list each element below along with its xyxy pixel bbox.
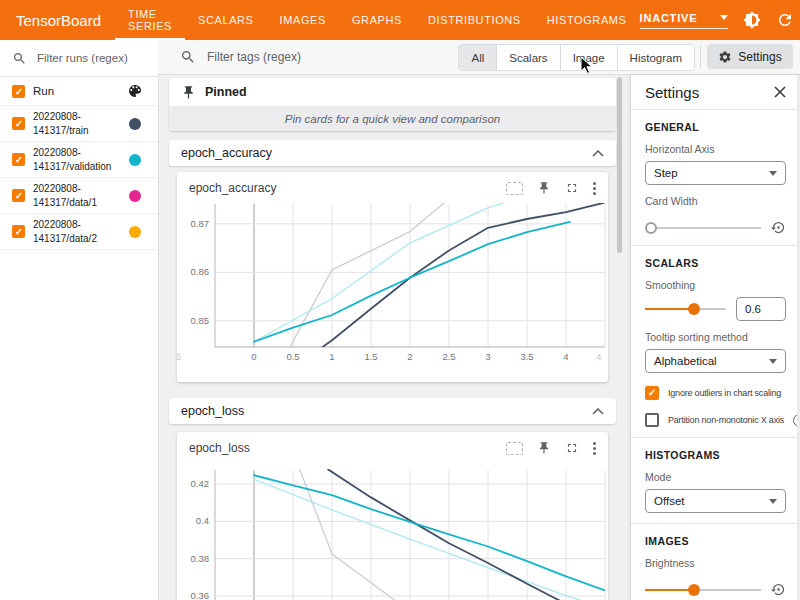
tab-time-series[interactable]: TIME SERIES [115, 0, 185, 40]
tab-distributions[interactable]: DISTRIBUTIONS [415, 0, 534, 40]
run-row-data-2[interactable]: 20220808-141317/data/2 [0, 214, 158, 250]
pin-icon[interactable] [537, 181, 551, 195]
filter-all-button[interactable]: All [459, 45, 496, 70]
pinned-label: Pinned [205, 85, 247, 99]
svg-text:1.5: 1.5 [364, 351, 377, 362]
brightness-row [645, 582, 786, 597]
histogram-mode-select[interactable]: Offset [645, 489, 786, 513]
partition-x-row: Partition non-monotonic X axis [645, 413, 786, 427]
settings-button[interactable]: Settings [707, 44, 793, 69]
smoothing-input[interactable] [736, 297, 786, 321]
epoch-loss-chart[interactable]: 0.420.40.380.3600.511.522.533.54 [177, 468, 608, 600]
tab-images[interactable]: IMAGES [267, 0, 339, 40]
svg-text:0: 0 [251, 351, 256, 362]
data-table-toggle-icon[interactable] [506, 442, 523, 455]
svg-text:0.85: 0.85 [191, 315, 210, 326]
fullscreen-icon[interactable] [565, 441, 579, 455]
run-name: 20220808-141317/validation [33, 146, 121, 173]
partition-x-checkbox[interactable] [645, 413, 659, 427]
chevron-down-icon [769, 171, 777, 176]
tab-histograms[interactable]: HISTOGRAMS [534, 0, 640, 40]
cards-area: Pinned Pin cards for a quick view and co… [158, 75, 630, 600]
more-options-icon[interactable] [593, 182, 596, 195]
horizontal-axis-value: Step [654, 167, 678, 179]
run-color-dot [129, 154, 141, 166]
pinned-header: Pinned [169, 78, 616, 106]
epoch-accuracy-chart[interactable]: 0.850.860.8700.511.522.533.5454 [177, 202, 608, 382]
divider [631, 523, 800, 524]
run-row-validation[interactable]: 20220808-141317/validation [0, 142, 158, 178]
run-color-dot [129, 118, 141, 130]
run-checkbox[interactable] [12, 153, 25, 166]
chart-card-actions [506, 441, 596, 455]
section-header-epoch-accuracy[interactable]: epoch_accuracy [169, 140, 616, 166]
reset-icon[interactable] [771, 220, 786, 235]
svg-text:0.36: 0.36 [191, 590, 210, 600]
more-options-icon[interactable] [593, 442, 596, 455]
filter-scalars-button[interactable]: Scalars [496, 45, 559, 70]
data-table-toggle-icon[interactable] [506, 182, 523, 195]
main-scrollbar-thumb[interactable] [617, 77, 622, 253]
brightness-slider[interactable] [645, 584, 761, 596]
tooltip-sorting-label: Tooltip sorting method [645, 331, 786, 343]
mouse-cursor [580, 56, 593, 75]
smoothing-slider[interactable] [645, 303, 726, 315]
slider-thumb[interactable] [688, 303, 700, 315]
images-section-label: IMAGES [645, 535, 786, 547]
ignore-outliers-checkbox[interactable] [645, 386, 659, 400]
search-icon [180, 49, 196, 65]
settings-button-label: Settings [738, 50, 781, 64]
run-row-train[interactable]: 20220808-141317/train [0, 106, 158, 142]
card-width-slider[interactable] [645, 222, 761, 234]
tooltip-sorting-select[interactable]: Alphabetical [645, 349, 786, 373]
divider [631, 245, 800, 246]
fullscreen-icon[interactable] [565, 181, 579, 195]
refresh-icon[interactable] [776, 11, 794, 29]
ignore-outliers-row: Ignore outliers in chart scaling [645, 386, 786, 400]
svg-text:0.42: 0.42 [191, 478, 210, 489]
settings-panel-header: Settings [645, 75, 786, 109]
settings-panel: Settings GENERAL Horizontal Axis Step Ca… [630, 75, 800, 600]
svg-text:1: 1 [329, 351, 334, 362]
palette-icon[interactable] [127, 83, 143, 99]
card-width-row [645, 220, 786, 235]
section-header-epoch-loss[interactable]: epoch_loss [169, 398, 616, 424]
horizontal-axis-label: Horizontal Axis [645, 143, 786, 155]
slider-thumb[interactable] [688, 584, 700, 596]
horizontal-axis-select[interactable]: Step [645, 161, 786, 185]
runs-filter-input[interactable] [35, 51, 149, 65]
run-checkbox[interactable] [12, 189, 25, 202]
reset-icon[interactable] [771, 582, 786, 597]
svg-text:4: 4 [596, 351, 601, 362]
tab-scalars[interactable]: SCALARS [185, 0, 267, 40]
histograms-section-label: HISTOGRAMS [645, 449, 786, 461]
chevron-up-icon[interactable] [592, 404, 604, 418]
close-icon[interactable] [774, 84, 786, 101]
run-checkbox[interactable] [12, 117, 25, 130]
pinned-card: Pinned Pin cards for a quick view and co… [169, 78, 616, 131]
partition-x-label: Partition non-monotonic X axis [668, 415, 784, 425]
slider-thumb[interactable] [645, 222, 657, 234]
status-dropdown[interactable]: INACTIVE [640, 12, 728, 29]
svg-text:3.5: 3.5 [520, 351, 533, 362]
tab-graphs[interactable]: GRAPHS [339, 0, 415, 40]
svg-text:0.87: 0.87 [191, 218, 210, 229]
svg-text:2: 2 [407, 351, 412, 362]
theme-toggle-icon[interactable] [743, 11, 761, 29]
select-all-runs-checkbox[interactable] [12, 85, 25, 98]
filter-histogram-button[interactable]: Histogram [617, 45, 694, 70]
svg-text:5: 5 [177, 351, 181, 362]
run-row-data-1[interactable]: 20220808-141317/data/1 [0, 178, 158, 214]
tags-filter-input[interactable] [205, 49, 409, 65]
toolbar-divider [700, 45, 701, 68]
chart-title: epoch_accuracy [189, 181, 506, 195]
run-checkbox[interactable] [12, 225, 25, 238]
pin-icon [181, 85, 196, 100]
pin-icon[interactable] [537, 441, 551, 455]
tags-filter [180, 40, 409, 74]
ignore-outliers-label: Ignore outliers in chart scaling [668, 388, 781, 398]
brightness-label: Brightness [645, 557, 786, 569]
section-title: epoch_accuracy [181, 146, 272, 160]
histogram-mode-value: Offset [654, 495, 684, 507]
chevron-up-icon[interactable] [592, 146, 604, 160]
